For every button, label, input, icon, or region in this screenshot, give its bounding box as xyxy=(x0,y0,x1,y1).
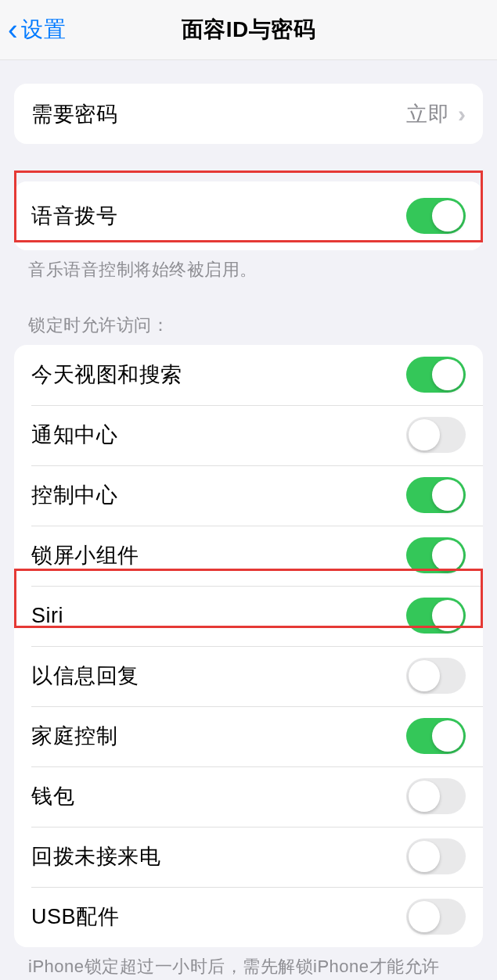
lock-access-label: 今天视图和搜索 xyxy=(31,361,182,389)
lock-access-label: 通知中心 xyxy=(31,421,117,449)
back-button[interactable]: ‹ 设置 xyxy=(0,15,67,45)
require-passcode-group: 需要密码 立即 › xyxy=(14,84,483,144)
lock-access-row: 锁屏小组件 xyxy=(14,526,483,586)
lock-access-row: 钱包 xyxy=(14,766,483,827)
lock-access-row: USB配件 xyxy=(14,887,483,947)
chevron-right-icon: › xyxy=(458,101,466,127)
navigation-header: ‹ 设置 面容ID与密码 xyxy=(0,0,497,60)
lock-access-label: 家庭控制 xyxy=(31,722,117,750)
voice-dial-switch[interactable] xyxy=(406,198,466,234)
require-passcode-label: 需要密码 xyxy=(31,100,117,128)
lock-access-footer: iPhone锁定超过一小时后，需先解锁iPhone才能允许USB配件连接。 xyxy=(0,947,497,980)
lock-access-switch[interactable] xyxy=(406,718,466,754)
lock-access-label: 回拨未接来电 xyxy=(31,842,160,871)
voice-dial-group: 语音拨号 xyxy=(14,181,483,250)
lock-access-label: 控制中心 xyxy=(31,481,117,509)
lock-access-label: Siri xyxy=(31,604,63,628)
lock-access-switch[interactable] xyxy=(406,357,466,393)
lock-access-row: 回拨未接来电 xyxy=(14,827,483,887)
lock-access-label: 以信息回复 xyxy=(31,662,139,690)
lock-access-switch[interactable] xyxy=(406,838,466,874)
lock-access-switch[interactable] xyxy=(406,778,466,814)
lock-access-switch[interactable] xyxy=(406,417,466,453)
lock-access-row: 今天视图和搜索 xyxy=(14,345,483,405)
lock-access-row: 通知中心 xyxy=(14,405,483,465)
require-passcode-row[interactable]: 需要密码 立即 › xyxy=(14,84,483,144)
back-button-label: 设置 xyxy=(21,15,67,45)
lock-access-row: 控制中心 xyxy=(14,465,483,526)
lock-access-switch[interactable] xyxy=(406,658,466,694)
voice-dial-label: 语音拨号 xyxy=(31,202,117,230)
lock-access-row: 家庭控制 xyxy=(14,706,483,766)
require-passcode-value: 立即 xyxy=(406,100,450,128)
chevron-left-icon: ‹ xyxy=(8,15,18,45)
lock-access-row: 以信息回复 xyxy=(14,646,483,706)
voice-dial-footer: 音乐语音控制将始终被启用。 xyxy=(0,250,497,282)
lock-access-header: 锁定时允许访问： xyxy=(0,282,497,345)
lock-access-group: 今天视图和搜索通知中心控制中心锁屏小组件Siri以信息回复家庭控制钱包回拨未接来… xyxy=(14,345,483,947)
lock-access-label: 锁屏小组件 xyxy=(31,541,139,569)
lock-access-switch[interactable] xyxy=(406,477,466,513)
page-title: 面容ID与密码 xyxy=(182,15,316,45)
lock-access-row: Siri xyxy=(14,586,483,646)
lock-access-switch[interactable] xyxy=(406,899,466,935)
lock-access-label: USB配件 xyxy=(31,903,119,931)
lock-access-label: 钱包 xyxy=(31,782,74,810)
voice-dial-row: 语音拨号 xyxy=(14,181,483,250)
lock-access-switch[interactable] xyxy=(406,537,466,573)
lock-access-switch[interactable] xyxy=(406,598,466,634)
